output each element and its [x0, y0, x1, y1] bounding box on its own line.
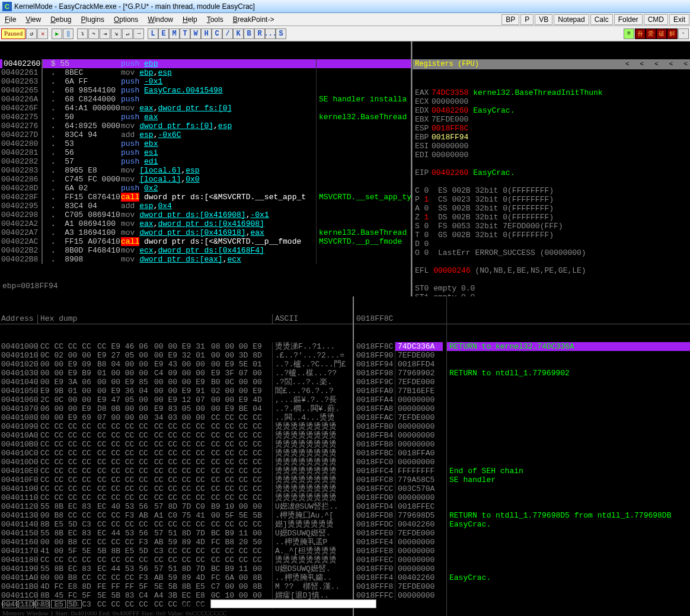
- stack-row[interactable]: 0018FFE800000000: [354, 547, 446, 556]
- toolbar-M[interactable]: M: [169, 28, 180, 39]
- menu-window[interactable]: Window: [143, 14, 178, 25]
- toolbar-W[interactable]: W: [190, 28, 201, 39]
- stack-row[interactable]: 0018FFC000000000: [354, 458, 446, 467]
- hex-row[interactable]: 00401050E9 9B 01 0000 E9 36 0400 00 E9 9…: [0, 387, 353, 395]
- stack-row[interactable]: 0018FFD000000000: [354, 493, 446, 502]
- menu-file[interactable]: File: [0, 14, 21, 25]
- disasm-row[interactable]: 00402280 . 53 push ebx: [0, 139, 411, 148]
- reg-ECX[interactable]: ECX00000000: [415, 97, 688, 106]
- pause-icon[interactable]: ‖: [63, 28, 74, 39]
- play-icon[interactable]: ▶: [52, 28, 62, 39]
- btn-p[interactable]: P: [520, 14, 534, 25]
- stack-row[interactable]: 0018FF907EFDE000: [354, 351, 446, 360]
- toolbar-B[interactable]: B: [244, 28, 254, 39]
- stack-panel[interactable]: 0018FF8C 0018FF8C74DC336A 0018FF907EFDE0…: [354, 296, 690, 616]
- disasm-row[interactable]: 004022B8 . 8908 mov dword ptr ds:[eax],e…: [0, 255, 411, 264]
- status-M4[interactable]: M4: [51, 600, 66, 608]
- hex-row[interactable]: 0040108000 00 E9 6907 00 00 0034 03 00 0…: [0, 413, 353, 422]
- disasm-row[interactable]: 00402281 . 56 push esi: [0, 148, 411, 157]
- menu-options[interactable]: Options: [109, 14, 143, 25]
- disasm-row[interactable]: 004022AC . FF15 A076410 call dword ptr d…: [0, 237, 411, 246]
- toolbar-C[interactable]: C: [212, 28, 222, 39]
- disasm-row[interactable]: 00402286 . C745 FC 0000 mov [local.1],0x…: [0, 175, 411, 184]
- menu-help[interactable]: Help: [178, 14, 202, 25]
- hex-row[interactable]: 004010F0CC CC CC CCCC CC CC CCCC CC CC C…: [0, 475, 353, 484]
- disasm-row[interactable]: 0040226A . 68 C8244000 push SE handler i…: [0, 95, 411, 104]
- disasm-row[interactable]: 00402263 . 6A FF push -0x1: [0, 77, 411, 86]
- registers-panel[interactable]: Registers (FPU) <<<<< EAX74DC3358 kernel…: [412, 42, 690, 296]
- disasm-row[interactable]: 004022A7 . A3 18694100 mov dword ptr ds:…: [0, 228, 411, 237]
- disasm-row[interactable]: 00402260 $ 55 push ebp: [0, 59, 411, 68]
- stack-row[interactable]: 0018FFB000000000: [354, 422, 446, 431]
- hex-row[interactable]: 00401090CC CC CC CCCC CC CC CCCC CC CC C…: [0, 422, 353, 431]
- hex-row[interactable]: 00401180CC CC CC CCCC CC CC CCCC CC CC C…: [0, 556, 353, 564]
- menu-debug[interactable]: Debug: [46, 14, 76, 25]
- hex-row[interactable]: 0040103000 00 E9 B901 00 00 00C4 09 00 0…: [0, 369, 353, 378]
- status-M2[interactable]: M2: [18, 600, 33, 608]
- toolbar-L[interactable]: L: [148, 28, 158, 39]
- hex-row[interactable]: 004010B0CC CC CC CCCC CC CC CCCC CC CC C…: [0, 440, 353, 449]
- stack-row[interactable]: 0018FFF87EFDE000: [354, 582, 446, 591]
- hex-row[interactable]: 0040104000 E9 3A 0600 00 E9 8500 00 00 E…: [0, 378, 353, 387]
- stack-row[interactable]: 0018FFCC003C570A: [354, 484, 446, 493]
- stack-row[interactable]: 0018FFDC00402260: [354, 520, 446, 529]
- menu-plugins[interactable]: Plugins: [76, 14, 109, 25]
- stack-row[interactable]: 0018FFF000000000: [354, 564, 446, 573]
- help-icon[interactable]: ≡: [624, 28, 634, 39]
- stack-row[interactable]: 0018FFF400402260: [354, 573, 446, 582]
- reg-ESP[interactable]: ESP0018FF8C: [415, 124, 688, 133]
- btn-vb[interactable]: VB: [535, 14, 552, 25]
- disasm-row[interactable]: 0040228D . 6A 02 push 0x2: [0, 184, 411, 193]
- disassembly-panel[interactable]: 00402260 $ 55 push ebp 00402261 . 8BEC m…: [0, 42, 412, 296]
- cn-吾[interactable]: 吾: [635, 28, 646, 39]
- extra-icon[interactable]: ▫: [678, 28, 689, 39]
- btn-cmd[interactable]: CMD: [644, 14, 668, 25]
- trace-into-icon[interactable]: ⇥: [100, 28, 110, 39]
- toolbar-H[interactable]: H: [201, 28, 212, 39]
- cn-爱[interactable]: 爱: [646, 28, 656, 39]
- stack-row[interactable]: 0018FFAC7EFDE000: [354, 413, 446, 422]
- reg-EDI[interactable]: EDI00000000: [415, 151, 688, 159]
- restart-icon[interactable]: ↺: [26, 28, 37, 39]
- disasm-row[interactable]: 004022A2 . A1 08694100 mov eax,dword ptr…: [0, 219, 411, 228]
- disasm-row[interactable]: 0040227D . 83C4 94 add esp,-0x6C: [0, 130, 411, 139]
- reg-EBP[interactable]: EBP0018FF94: [415, 133, 688, 142]
- stack-row[interactable]: 0018FFEC00000000: [354, 556, 446, 564]
- stack-row[interactable]: 0018FF8C74DC336A: [354, 342, 446, 351]
- hex-row[interactable]: 00401000CC CC CC CCCC E9 46 0600 00 E9 3…: [0, 342, 353, 351]
- reg-EAX[interactable]: EAX74DC3358 kernel32.BaseThreadInitThunk: [415, 88, 688, 97]
- menu-tools[interactable]: Tools: [202, 14, 228, 25]
- stack-row[interactable]: 0018FFE07EFDE000: [354, 529, 446, 538]
- stack-row[interactable]: 0018FFD8779698D5: [354, 511, 446, 520]
- stack-row[interactable]: 0018FFB800000000: [354, 440, 446, 449]
- hex-dump-panel[interactable]: Address Hex dump ASCII 00401000CC CC CC …: [0, 296, 354, 616]
- hex-row[interactable]: 004010A0CC CC CC CCCC CC CC CCCC CC CC C…: [0, 431, 353, 440]
- btn-notepad[interactable]: Notepad: [554, 14, 589, 25]
- hex-row[interactable]: 004011A000 00 B8 CCCC CC CC F3AB 59 89 4…: [0, 573, 353, 582]
- toolbar-S[interactable]: S: [276, 28, 286, 39]
- stack-row[interactable]: 0018FFA800000000: [354, 404, 446, 413]
- disasm-row[interactable]: 00402298 . C705 0869410 mov dword ptr ds…: [0, 210, 411, 219]
- toolbar-K[interactable]: K: [233, 28, 244, 39]
- disasm-row[interactable]: 00402275 . 50 push eax kernel32.BaseThre…: [0, 113, 411, 122]
- btn-calc[interactable]: Calc: [590, 14, 613, 25]
- close-icon[interactable]: ✕: [37, 28, 48, 39]
- status-M1[interactable]: M1: [2, 600, 17, 608]
- hex-row[interactable]: 0040115055 8B EC 83EC 44 53 5657 51 8D 7…: [0, 529, 353, 538]
- btn-exit[interactable]: Exit: [669, 14, 689, 25]
- cn-解[interactable]: 解: [667, 28, 678, 39]
- stack-row[interactable]: 0018FFE400000000: [354, 538, 446, 547]
- status-M5[interactable]: M5: [67, 600, 82, 608]
- disasm-row[interactable]: 00402261 . 8BEC mov ebp,esp: [0, 68, 411, 77]
- command-input[interactable]: [210, 599, 376, 608]
- stack-row[interactable]: 0018FFA077B16EFE: [354, 387, 446, 395]
- btn-bp[interactable]: BP: [501, 14, 519, 25]
- disasm-row[interactable]: 00402265 . 68 98544100 push EasyCrac.004…: [0, 86, 411, 95]
- hex-row[interactable]: 004010100C 02 00 00E9 27 05 0000 E9 32 0…: [0, 351, 353, 360]
- disasm-row[interactable]: 00402276 . 64:8925 0000 mov dword ptr fs…: [0, 122, 411, 130]
- disasm-row[interactable]: 004022B2 . 8B0D F468410 mov ecx,dword pt…: [0, 246, 411, 255]
- hex-row[interactable]: 0040112055 8B EC 83EC 40 53 5657 8D 7D C…: [0, 502, 353, 511]
- stack-row[interactable]: 0018FFB400000000: [354, 431, 446, 440]
- reg-ESI[interactable]: ESI00000000: [415, 142, 688, 151]
- disasm-row[interactable]: 0040226F . 64:A1 000000 mov eax,dword pt…: [0, 104, 411, 113]
